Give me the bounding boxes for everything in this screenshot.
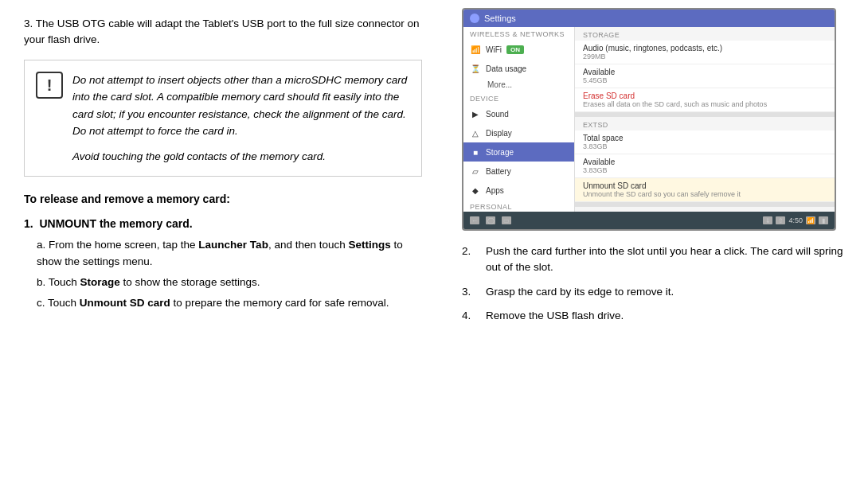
battery-icon: ▱ — [470, 166, 481, 177]
nav-sound[interactable]: ▶ Sound — [463, 104, 574, 123]
signal-icon: ⇧ — [776, 216, 785, 224]
android-panel: Storage Audio (music, ringtones, podcast… — [575, 27, 835, 212]
sub-step-c: c. Touch Unmount SD card to prepare the … — [37, 295, 422, 311]
settings-app-icon — [470, 14, 479, 23]
battery-status-icon: ▮ — [819, 216, 828, 224]
data-usage-icon: ⏳ — [470, 63, 481, 74]
panel-total-space: Total space 3.83GB — [575, 130, 835, 154]
step-3-text: Grasp the card by its edge to remove it. — [486, 284, 674, 300]
android-titlebar: Settings — [463, 10, 835, 27]
step-2-num: 2. — [462, 243, 478, 276]
panel-header-usbhost: USBHOST1 — [575, 207, 835, 212]
panel-header-extsd: EXTSD — [575, 117, 835, 130]
android-body: WIRELESS & NETWORKS 📶 WiFi ON ⏳ Data usa… — [463, 27, 835, 212]
step-2: 2. Push the card further into the slot u… — [462, 243, 852, 276]
titlebar-label: Settings — [484, 14, 516, 23]
apps-icon: ◆ — [470, 185, 481, 196]
panel-unmount-sd[interactable]: Unmount SD card Unmount the SD card so y… — [575, 178, 835, 202]
warning-box: ! Do not attempt to insert objects other… — [24, 60, 422, 177]
warning-line1: Do not attempt to insert objects other t… — [72, 72, 410, 140]
step-3-num: 3. — [462, 284, 478, 300]
step-list: 1. UNMOUNT the memory card. a. From the … — [24, 216, 422, 311]
step-2-text: Push the card further into the slot unti… — [486, 243, 852, 276]
nav-section-wireless: WIRELESS & NETWORKS — [463, 27, 574, 40]
recents-icon[interactable]: ▭ — [502, 216, 511, 224]
panel-header-storage: Storage — [575, 27, 835, 41]
sound-icon: ▶ — [470, 108, 481, 119]
warning-line2: Avoid touching the gold contacts of the … — [72, 148, 410, 166]
nav-data-usage[interactable]: ⏳ Data usage — [463, 59, 574, 78]
step-1: 1. UNMOUNT the memory card. a. From the … — [24, 216, 422, 311]
section-title: To release and remove a memory card: — [24, 191, 422, 208]
left-column: 3. The USB OTG cable will adapt the Tabl… — [0, 0, 446, 479]
step-4-num: 4. — [462, 308, 478, 324]
statusbar-nav-icons: ← ◯ ▭ — [470, 216, 511, 224]
nav-section-device: DEVICE — [463, 92, 574, 104]
panel-available-2: Available 3.83GB — [575, 154, 835, 178]
wifi-icon: 📶 — [470, 44, 481, 55]
wifi-status-icon: 📶 — [806, 216, 815, 224]
panel-available-1: Available 5.45GB — [575, 64, 835, 88]
nav-section-personal: PERSONAL — [463, 200, 574, 212]
storage-icon: ■ — [470, 146, 481, 158]
step-4-text: Remove the USB flash drive. — [486, 308, 624, 324]
display-icon: △ — [470, 127, 481, 138]
nav-apps[interactable]: ◆ Apps — [463, 181, 574, 200]
android-screenshot: Settings WIRELESS & NETWORKS 📶 WiFi ON ⏳… — [462, 8, 836, 231]
android-statusbar: ← ◯ ▭ ⇓ ⇧ 4:50 📶 ▮ — [463, 212, 835, 229]
step-3: 3. Grasp the card by its edge to remove … — [462, 284, 852, 300]
steps-below: 2. Push the card further into the slot u… — [462, 243, 852, 324]
warning-icon: ! — [36, 72, 63, 99]
nav-wifi[interactable]: 📶 WiFi ON — [463, 40, 574, 59]
panel-erase-sd[interactable]: Erase SD card Erases all data on the SD … — [575, 88, 835, 112]
statusbar-right-icons: ⇓ ⇧ 4:50 📶 ▮ — [763, 216, 828, 224]
warning-text: Do not attempt to insert objects other t… — [72, 72, 410, 166]
nav-storage[interactable]: ■ Storage — [463, 142, 574, 162]
nav-display[interactable]: △ Display — [463, 123, 574, 142]
nav-battery[interactable]: ▱ Battery — [463, 162, 574, 181]
android-nav: WIRELESS & NETWORKS 📶 WiFi ON ⏳ Data usa… — [463, 27, 575, 212]
sub-step-b: b. Touch Storage to show the storage set… — [37, 275, 422, 290]
download-icon: ⇓ — [763, 216, 772, 224]
panel-audio: Audio (music, ringtones, podcasts, etc.)… — [575, 41, 835, 64]
intro-paragraph: 3. The USB OTG cable will adapt the Tabl… — [24, 16, 422, 49]
sub-steps: a. From the home screen, tap the Launche… — [24, 237, 422, 311]
sub-step-a: a. From the home screen, tap the Launche… — [37, 237, 422, 270]
step-4: 4. Remove the USB flash drive. — [462, 308, 852, 324]
right-column: Settings WIRELESS & NETWORKS 📶 WiFi ON ⏳… — [446, 0, 868, 479]
statusbar-time: 4:50 — [788, 216, 803, 224]
back-icon[interactable]: ← — [470, 216, 479, 224]
step-1-label: 1. UNMOUNT the memory card. — [24, 216, 422, 232]
home-icon[interactable]: ◯ — [486, 216, 495, 224]
nav-more[interactable]: More... — [463, 78, 574, 92]
